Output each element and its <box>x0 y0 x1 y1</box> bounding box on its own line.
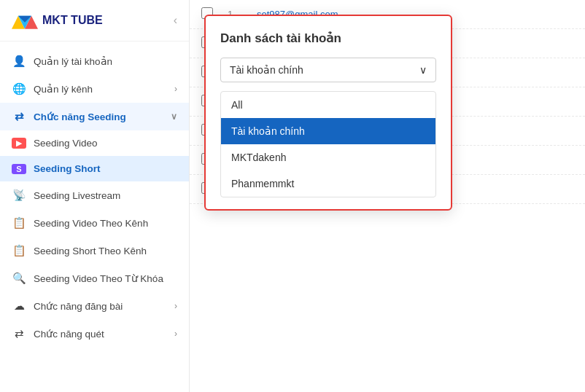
sidebar-item-label: Quản lý kênh <box>34 83 93 95</box>
sidebar-item-label: Chức năng Seeding <box>34 111 126 122</box>
dropdown-item-tai-khoan-chinh[interactable]: Tài khoản chính <box>221 118 435 144</box>
sidebar-item-chuc-nang-dang-bai[interactable]: ☁ Chức năng đăng bài › <box>0 292 189 320</box>
sidebar-item-seeding-video[interactable]: ▶ Seeding Video <box>0 130 189 156</box>
collapse-sidebar-icon[interactable]: ‹ <box>174 14 177 27</box>
select-value: Tài khoản chính <box>230 64 303 76</box>
chevron-right-icon: › <box>174 329 177 339</box>
sidebar-item-label: Seeding Video Theo Kênh <box>34 218 148 229</box>
video-icon: ▶ <box>12 138 26 149</box>
channel-video-icon: 📋 <box>12 216 26 230</box>
livestream-icon: 📡 <box>12 189 26 202</box>
logo-area: MKT TUBE <box>12 10 103 31</box>
scan-icon: ⇄ <box>12 327 26 340</box>
sidebar-item-quan-ly-tai-khoan[interactable]: 👤 Quản lý tài khoản <box>0 47 189 75</box>
account-type-select[interactable]: Tài khoản chính ∨ <box>220 58 436 82</box>
panel-title: Danh sách tài khoản <box>220 31 436 46</box>
sidebar-item-label: Seeding Video <box>34 138 98 149</box>
logo-text: MKT TUBE <box>42 14 103 27</box>
channel-short-icon: 📋 <box>12 244 26 257</box>
sidebar-item-label: Quản lý tài khoản <box>34 55 112 67</box>
sidebar-item-label: Seeding Video Theo Từ Khóa <box>34 273 163 284</box>
sidebar-item-label: Chức năng quét <box>34 328 104 340</box>
user-icon: 👤 <box>12 55 26 68</box>
sidebar-item-chuc-nang-seeding[interactable]: ⇄ Chức năng Seeding ∨ <box>0 103 189 130</box>
sidebar-logo: MKT TUBE ‹ <box>0 0 189 42</box>
sidebar: MKT TUBE ‹ 👤 Quản lý tài khoản 🌐 Quản lý… <box>0 0 190 392</box>
post-icon: ☁ <box>12 299 26 313</box>
sidebar-item-seeding-livestream[interactable]: 📡 Seeding Livestream <box>0 181 189 209</box>
sidebar-item-quan-ly-kenh[interactable]: 🌐 Quản lý kênh › <box>0 75 189 103</box>
chevron-down-icon: ∨ <box>171 111 177 122</box>
main-content: 1 set987@gmail.com 2 f277@gmail.com 3 pa… <box>190 0 585 392</box>
dropdown-list: All Tài khoản chính MKTdakenh Phanmemmkt <box>220 91 436 197</box>
keyword-icon: 🔍 <box>12 272 26 285</box>
sidebar-item-seeding-video-theo-kenh[interactable]: 📋 Seeding Video Theo Kênh <box>0 209 189 237</box>
sidebar-item-label: Chức năng đăng bài <box>34 300 123 312</box>
short-icon: S <box>12 164 26 174</box>
dropdown-item-all[interactable]: All <box>221 92 435 118</box>
globe-icon: 🌐 <box>12 82 26 95</box>
dropdown-item-phanmemmkt[interactable]: Phanmemmkt <box>221 170 435 197</box>
sidebar-item-seeding-short[interactable]: S Seeding Short <box>0 156 189 181</box>
sidebar-item-seeding-short-theo-kenh[interactable]: 📋 Seeding Short Theo Kênh <box>0 237 189 264</box>
account-dropdown-panel: Danh sách tài khoản Tài khoản chính ∨ Al… <box>204 15 452 211</box>
chevron-right-icon: › <box>174 84 177 94</box>
dropdown-item-mktdakenh[interactable]: MKTdakenh <box>221 144 435 170</box>
sidebar-item-chuc-nang-quet[interactable]: ⇄ Chức năng quét › <box>0 320 189 348</box>
seeding-icon: ⇄ <box>12 110 26 123</box>
sidebar-nav: 👤 Quản lý tài khoản 🌐 Quản lý kênh › ⇄ C… <box>0 42 189 392</box>
chevron-down-icon: ∨ <box>419 64 427 76</box>
sidebar-item-label: Seeding Short Theo Kênh <box>34 246 147 256</box>
sidebar-item-label: Seeding Short <box>34 163 101 174</box>
sidebar-item-seeding-video-theo-tu-khoa[interactable]: 🔍 Seeding Video Theo Từ Khóa <box>0 264 189 292</box>
sidebar-item-label: Seeding Livestream <box>34 190 120 201</box>
chevron-right-icon: › <box>174 301 177 311</box>
logo-icon <box>12 10 38 31</box>
